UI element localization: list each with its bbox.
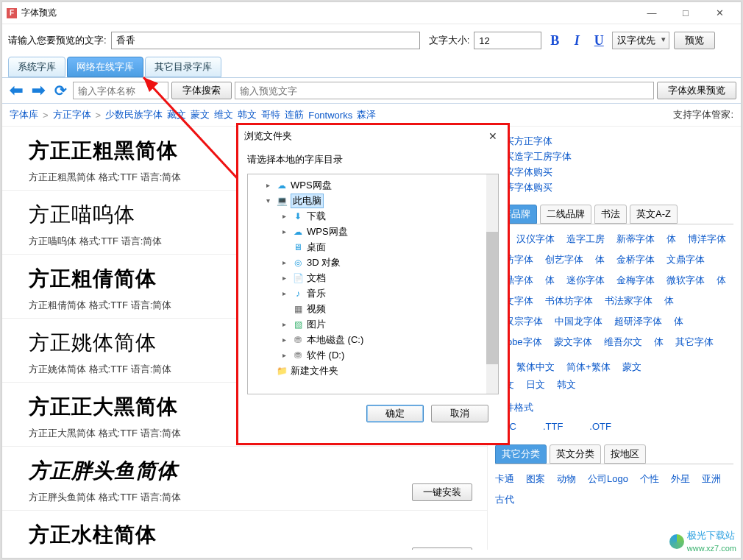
crumb-link[interactable]: 方正字体 <box>53 108 91 121</box>
priority-select[interactable]: 汉字优先 <box>612 32 669 49</box>
brand-link[interactable]: 汉仪字体 <box>516 233 555 246</box>
crumb-link[interactable]: 连筋 <box>285 108 304 121</box>
refresh-icon[interactable]: ⟳ <box>51 81 70 100</box>
tab-system[interactable]: 系统字库 <box>8 57 65 77</box>
buy-link[interactable]: 新蒂字体购买 <box>495 181 726 194</box>
tree-node[interactable]: ▸☁WPS网盘 <box>249 224 497 239</box>
class-link[interactable]: 古代 <box>495 493 514 506</box>
brand-link[interactable]: 书体坊字体 <box>545 294 593 308</box>
tree-node[interactable]: ▸⬇下载 <box>249 208 497 224</box>
class-link[interactable]: 卡通 <box>495 472 514 486</box>
preview-button[interactable]: 预览 <box>674 32 715 49</box>
brand-link[interactable]: 微软字体 <box>666 274 705 287</box>
crumb-link[interactable]: 维文 <box>214 108 233 121</box>
back-icon[interactable]: ⬅ <box>7 81 26 100</box>
ok-button[interactable]: 确定 <box>366 405 424 422</box>
tree-node[interactable]: ▾💻此电脑 <box>249 193 497 208</box>
class-link[interactable]: 外星 <box>671 472 690 486</box>
tree-expand-icon[interactable]: ▸ <box>279 258 289 266</box>
lang-link[interactable]: 韩文 <box>557 378 576 391</box>
tree-node[interactable]: ▸⛃软件 (D:) <box>249 347 497 363</box>
brand-link[interactable]: 超研泽字体 <box>614 315 662 328</box>
brand-link[interactable]: 体 <box>666 233 676 246</box>
brand-link[interactable]: 创艺字体 <box>545 253 583 266</box>
crumb-link[interactable]: 少数民族字体 <box>105 108 163 121</box>
scrollbar-thumb[interactable] <box>486 232 498 364</box>
brand-tab[interactable]: 英文A-Z <box>630 205 678 224</box>
brand-link[interactable]: 体 <box>545 274 555 287</box>
tab-online[interactable]: 网络在线字库 <box>67 57 143 77</box>
tree-expand-icon[interactable]: ▸ <box>279 212 289 220</box>
font-item[interactable]: 方正水柱简体 方正水柱简体 格式:TTF 语言:简体一键安装 <box>2 511 487 550</box>
brand-link[interactable]: 维吾尔文 <box>604 336 642 349</box>
tab-other-dir[interactable]: 其它目录字库 <box>145 57 221 77</box>
tree-node[interactable]: ▸📄文档 <box>249 270 497 286</box>
brand-link[interactable]: 金梅字体 <box>616 274 655 287</box>
brand-link[interactable]: 博洋字体 <box>688 233 726 246</box>
tree-expand-icon[interactable]: ▸ <box>279 351 289 359</box>
maximize-button[interactable]: □ <box>669 2 703 24</box>
tree-node[interactable]: ▸⛃本地磁盘 (C:) <box>249 332 497 347</box>
fontname-input[interactable] <box>73 82 168 99</box>
font-item[interactable]: 方正胖头鱼简体 方正胖头鱼简体 格式:TTF 语言:简体一键安装 <box>2 447 487 511</box>
lang-link[interactable]: 蒙文 <box>622 361 641 374</box>
brand-tab[interactable]: 书法 <box>594 205 627 224</box>
tree-node[interactable]: ▸◎3D 对象 <box>249 255 497 270</box>
crumb-link[interactable]: 字体库 <box>10 108 38 121</box>
class-link[interactable]: 图案 <box>526 472 545 486</box>
buy-link[interactable]: 汉仪字体购买 <box>495 166 726 179</box>
lang-link[interactable]: 简体+繁体 <box>566 361 611 374</box>
dialog-close-icon[interactable]: ✕ <box>484 129 502 143</box>
crumb-link[interactable]: 藏文 <box>167 108 186 121</box>
minimize-button[interactable]: — <box>635 2 669 24</box>
font-search-button[interactable]: 字体搜索 <box>171 82 232 99</box>
cancel-button[interactable]: 取消 <box>431 405 488 422</box>
tree-node[interactable]: ▸☁WPS网盘 <box>249 177 497 193</box>
class-link[interactable]: 动物 <box>557 472 576 486</box>
folder-tree[interactable]: ▸☁WPS网盘▾💻此电脑▸⬇下载▸☁WPS网盘🖥桌面▸◎3D 对象▸📄文档▸♪音… <box>247 174 499 394</box>
preview-text-input-2[interactable] <box>235 82 654 99</box>
tree-node[interactable]: ▸♪音乐 <box>249 286 497 301</box>
crumb-link[interactable]: Fontworks <box>308 110 352 121</box>
tree-node[interactable]: 🖥桌面 <box>249 239 497 255</box>
format-link[interactable]: .OTF <box>589 421 611 432</box>
class-link[interactable]: 个性 <box>640 472 659 486</box>
tree-expand-icon[interactable]: ▸ <box>279 336 289 344</box>
crumb-link[interactable]: 蒙文 <box>191 108 210 121</box>
brand-link[interactable]: 新蒂字体 <box>616 233 655 246</box>
brand-link[interactable]: 中国龙字体 <box>555 315 602 328</box>
brand-link[interactable]: 造字工房 <box>566 233 605 246</box>
brand-link[interactable]: 体 <box>595 253 605 266</box>
tree-expand-icon[interactable]: ▸ <box>279 274 289 282</box>
brand-link[interactable]: 体 <box>664 294 674 308</box>
class-tab[interactable]: 其它分类 <box>495 444 547 464</box>
tree-expand-icon[interactable]: ▸ <box>263 181 273 189</box>
brand-link[interactable]: 文鼎字体 <box>666 253 705 266</box>
lang-link[interactable]: 日文 <box>526 378 545 391</box>
preview-text-input[interactable] <box>111 32 420 49</box>
font-effect-button[interactable]: 字体效果预览 <box>657 82 736 99</box>
format-link[interactable]: .TTF <box>543 421 563 432</box>
tree-node[interactable]: 📁新建文件夹 <box>249 363 497 378</box>
underline-button[interactable]: U <box>590 33 608 49</box>
install-button[interactable]: 一键安装 <box>412 547 472 550</box>
italic-button[interactable]: I <box>568 33 586 49</box>
tree-expand-icon[interactable]: ▸ <box>279 289 289 297</box>
close-button[interactable]: ✕ <box>703 2 736 24</box>
forward-icon[interactable]: ➡ <box>29 81 48 100</box>
brand-link[interactable]: 迷你字体 <box>566 274 605 287</box>
install-button[interactable]: 一键安装 <box>412 483 472 501</box>
buy-link[interactable]: 购买方正字体 <box>495 135 726 148</box>
brand-link[interactable]: 蒙文字体 <box>554 336 592 349</box>
brand-link[interactable]: 体 <box>674 315 683 328</box>
tree-expand-icon[interactable]: ▾ <box>263 196 273 205</box>
brand-tab[interactable]: 二线品牌 <box>540 205 591 224</box>
tree-node[interactable]: ▸▧图片 <box>249 316 497 332</box>
class-link[interactable]: 亚洲 <box>702 472 721 486</box>
crumb-link[interactable]: 森泽 <box>357 108 376 121</box>
brand-link[interactable]: 其它字体 <box>675 336 714 349</box>
brand-link[interactable]: 体 <box>654 336 664 349</box>
buy-link[interactable]: 购买造字工房字体 <box>495 150 726 163</box>
tree-node[interactable]: ▦视频 <box>249 301 497 316</box>
crumb-link[interactable]: 哥特 <box>261 108 280 121</box>
